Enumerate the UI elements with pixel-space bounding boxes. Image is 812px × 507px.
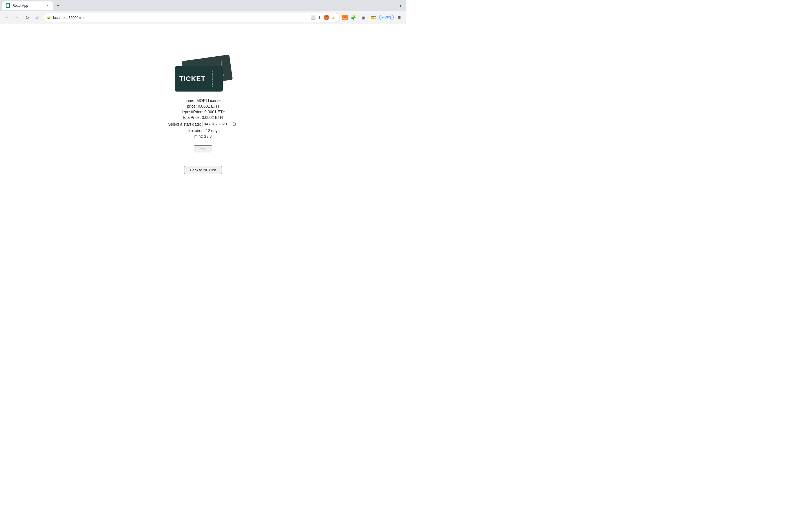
page-content: TICKET name: MORI License price: 0.0001 …	[0, 24, 406, 253]
browser-menu-button[interactable]: ≡	[395, 13, 404, 22]
expiration-label: expiration:	[186, 128, 205, 133]
brave-shield-icon[interactable]: 🦁	[324, 15, 329, 20]
menu-icon: ≡	[398, 15, 401, 20]
total-price-label: totalPrice:	[183, 115, 201, 120]
start-date-label: Select a start date:	[168, 122, 201, 126]
lock-icon: 🔒	[47, 15, 51, 19]
browser-chrome: React App × + ▾ ← → ↻ ☆ 🔒 localhost:3000…	[0, 0, 406, 24]
alert-triangle-icon[interactable]: ▲	[331, 15, 336, 20]
start-date-row: Select a start date:	[168, 121, 238, 127]
price-row: price: 0.0001 ETH	[187, 104, 219, 108]
new-tab-button[interactable]: +	[54, 2, 62, 10]
ticket-front: TICKET	[175, 66, 223, 92]
sidebar-icon: ▣	[361, 15, 365, 20]
back-button[interactable]: ←	[2, 13, 11, 22]
info-section: name: MORI License price: 0.0001 ETH dep…	[168, 98, 238, 138]
vpn-label: VPN	[385, 16, 391, 19]
vpn-badge[interactable]: VPN	[379, 15, 394, 20]
name-value: MORI License	[197, 98, 221, 103]
tab-close-button[interactable]: ×	[45, 3, 50, 8]
sidebar-toggle-button[interactable]: ▣	[359, 13, 368, 22]
url-text: localhost:3000/mint	[53, 15, 308, 20]
metamask-button[interactable]: 🦊	[342, 15, 348, 20]
deposit-price-label: depositPrice:	[181, 110, 203, 114]
puzzle-icon: 🧩	[351, 15, 356, 20]
total-price-value: 0.0002 ETH	[202, 115, 223, 120]
back-to-nft-list-button[interactable]: Back to NFT list	[184, 166, 222, 174]
brave-wallet-button[interactable]: 💳	[369, 13, 378, 22]
address-bar[interactable]: 🔒 localhost:3000/mint ⬜ ⬆ 🦁 ▲	[43, 13, 340, 22]
deposit-price-value: 0.0001 ETH	[204, 110, 225, 114]
reload-button[interactable]: ↻	[22, 13, 32, 22]
active-tab[interactable]: React App ×	[2, 1, 53, 10]
expiration-row: expiration: 12 days	[186, 128, 220, 133]
price-value: 0.0001 ETH	[198, 104, 219, 108]
name-row: name: MORI License	[185, 98, 221, 103]
mint-count-row: mint: 3 / 3	[194, 134, 212, 138]
share-icon[interactable]: ⬆	[317, 15, 322, 20]
navigation-bar: ← → ↻ ☆ 🔒 localhost:3000/mint ⬜ ⬆ 🦁 ▲	[0, 11, 406, 24]
ticket-text: TICKET	[179, 75, 206, 83]
wallet-icon: 💳	[371, 15, 376, 20]
forward-button[interactable]: →	[12, 13, 21, 22]
mint-count-value: 3 / 3	[204, 134, 212, 138]
bookmark-button[interactable]: ☆	[33, 13, 42, 22]
mint-count-label: mint:	[194, 134, 203, 138]
mint-button[interactable]: mint	[194, 145, 213, 152]
start-date-input[interactable]	[202, 121, 238, 127]
tab-bar: React App × + ▾	[0, 0, 406, 11]
translate-icon[interactable]: ⬜	[310, 15, 316, 20]
extensions-button[interactable]: 🧩	[349, 13, 358, 22]
browser-extensions: 🦊 🧩 ▣ 💳 VPN ≡	[342, 13, 404, 22]
name-label: name:	[185, 98, 195, 103]
vpn-status-dot	[382, 17, 384, 18]
total-price-row: totalPrice: 0.0002 ETH	[183, 115, 223, 120]
tab-title: React App	[12, 4, 43, 8]
price-label: price:	[187, 104, 197, 108]
bookmark-icon: ☆	[35, 15, 39, 20]
tabs-dropdown-button[interactable]: ▾	[397, 2, 404, 9]
expiration-value: 12 days	[206, 128, 220, 133]
tab-favicon	[6, 3, 10, 8]
tab-bar-right: ▾	[397, 2, 404, 9]
ticket-graphic: TICKET	[175, 58, 231, 92]
address-bar-icons: ⬜ ⬆ 🦁 ▲	[310, 15, 336, 20]
deposit-price-row: depositPrice: 0.0001 ETH	[181, 110, 225, 114]
